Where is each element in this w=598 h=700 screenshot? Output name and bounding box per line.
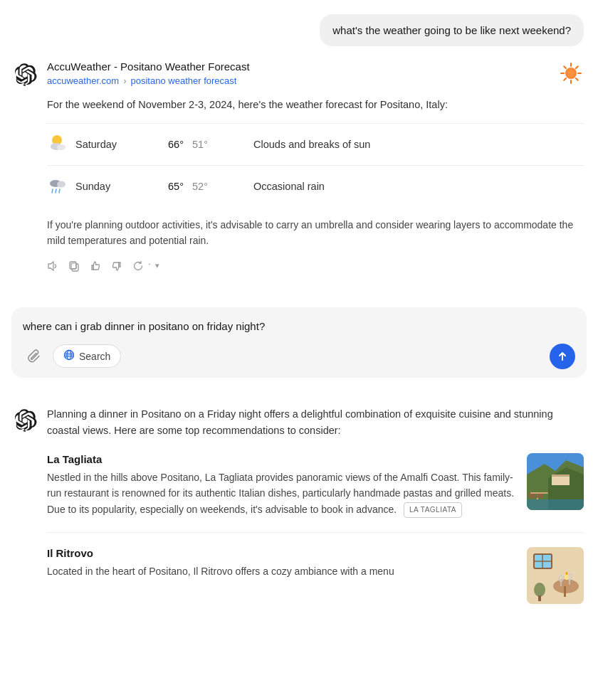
saturday-temp-low: 51° xyxy=(192,139,208,150)
saturday-weather-icon xyxy=(47,132,75,157)
ai-avatar-1 xyxy=(14,63,37,86)
sunday-desc: Occasional rain xyxy=(253,181,584,192)
send-button[interactable] xyxy=(550,344,575,369)
thumbs-up-icon[interactable] xyxy=(90,260,101,272)
weather-row-saturday: Saturday 66° 51° Clouds and breaks of su… xyxy=(47,123,584,165)
source-card: AccuWeather - Positano Weather Forecast … xyxy=(47,60,584,86)
svg-rect-49 xyxy=(565,574,568,580)
input-toolbar: Search xyxy=(23,344,575,369)
page-container: what's the weather going to be like next… xyxy=(0,0,598,618)
saturday-desc: Clouds and breaks of sun xyxy=(253,139,584,150)
svg-line-7 xyxy=(576,78,578,80)
svg-line-8 xyxy=(576,66,578,68)
svg-rect-32 xyxy=(530,492,548,494)
action-icons: ▾ xyxy=(47,260,584,272)
svg-rect-35 xyxy=(537,494,542,498)
sunday-temp-high: 65° xyxy=(168,181,184,192)
svg-point-1 xyxy=(567,70,575,77)
svg-point-12 xyxy=(57,144,65,150)
restaurant-image-il-ritrovo xyxy=(527,547,584,604)
ai-avatar-2 xyxy=(14,409,37,432)
restaurant-info-la-tagliata: La Tagliata Nestled in the hills above P… xyxy=(47,453,515,518)
input-tools-left: Search xyxy=(23,344,121,368)
sunday-weather-icon xyxy=(47,174,75,198)
thumbs-down-icon[interactable] xyxy=(111,260,122,272)
input-text[interactable]: where can i grab dinner in positano on f… xyxy=(23,319,575,334)
svg-rect-31 xyxy=(552,474,570,477)
refresh-icon[interactable]: ▾ xyxy=(132,260,159,272)
svg-rect-44 xyxy=(564,586,566,597)
sunday-temp: 65° 52° xyxy=(168,181,253,192)
restaurant-info-il-ritrovo: Il Ritrovo Located in the heart of Posit… xyxy=(47,547,515,579)
svg-point-51 xyxy=(534,583,545,597)
svg-line-9 xyxy=(564,78,566,80)
saturday-temp-high: 66° xyxy=(168,139,184,150)
restaurant-image-la-tagliata xyxy=(527,453,584,510)
weather-advice: If you're planning outdoor activities, i… xyxy=(47,217,584,249)
ai-response-1: AccuWeather - Positano Weather Forecast … xyxy=(0,53,598,286)
weather-row-sunday: Sunday 65° 52° Occasional rain xyxy=(47,165,584,207)
saturday-temp: 66° 51° xyxy=(168,139,253,150)
input-section: where can i grab dinner in positano on f… xyxy=(11,307,587,378)
saturday-day: Saturday xyxy=(75,139,168,150)
copy-icon[interactable] xyxy=(68,260,80,272)
user-message-1-bubble: what's the weather going to be like next… xyxy=(320,14,584,46)
restaurant-card-la-tagliata: La Tagliata Nestled in the hills above P… xyxy=(47,453,584,533)
svg-line-16 xyxy=(56,189,56,193)
sunday-day: Sunday xyxy=(75,181,168,192)
svg-line-15 xyxy=(52,189,53,193)
speak-icon[interactable] xyxy=(47,260,58,272)
accuweather-icon xyxy=(558,60,584,86)
svg-line-6 xyxy=(564,66,566,68)
search-button[interactable]: Search xyxy=(53,344,121,368)
ai-content-2: Planning a dinner in Positano on a Frida… xyxy=(47,406,584,611)
restaurant-desc-la-tagliata: Nestled in the hills above Positano, La … xyxy=(47,470,515,518)
source-link-site[interactable]: accuweather.com xyxy=(47,75,119,86)
svg-rect-52 xyxy=(538,595,541,601)
restaurant-name-il-ritrovo: Il Ritrovo xyxy=(47,547,515,559)
response-intro: Planning a dinner in Positano on a Frida… xyxy=(47,406,584,439)
attach-button[interactable] xyxy=(23,345,46,368)
svg-rect-34 xyxy=(529,494,535,498)
restaurant-name-la-tagliata: La Tagliata xyxy=(47,453,515,465)
user-message-1-text: what's the weather going to be like next… xyxy=(332,24,571,36)
restaurant-tag-la-tagliata: LA TAGLIATA xyxy=(404,502,462,518)
source-breadcrumb: accuweather.com › positano weather forec… xyxy=(47,75,250,86)
ai-response-2: Planning a dinner in Positano on a Frida… xyxy=(0,399,598,618)
source-info: AccuWeather - Positano Weather Forecast … xyxy=(47,60,250,86)
source-link-page[interactable]: positano weather forecast xyxy=(131,75,237,86)
search-label: Search xyxy=(79,351,110,362)
svg-line-17 xyxy=(59,189,60,193)
breadcrumb-separator: › xyxy=(123,75,126,86)
svg-rect-36 xyxy=(527,499,584,510)
user-message-1-container: what's the weather going to be like next… xyxy=(0,0,598,53)
ai-content-1: AccuWeather - Positano Weather Forecast … xyxy=(47,60,584,272)
svg-point-14 xyxy=(57,181,65,187)
sunday-temp-low: 52° xyxy=(192,181,208,192)
restaurant-desc-il-ritrovo: Located in the heart of Positano, Il Rit… xyxy=(47,563,515,579)
weather-intro: For the weekend of November 2-3, 2024, h… xyxy=(47,97,584,113)
source-title: AccuWeather - Positano Weather Forecast xyxy=(47,60,250,73)
globe-icon xyxy=(63,349,75,363)
svg-point-50 xyxy=(566,572,568,575)
restaurant-card-il-ritrovo: Il Ritrovo Located in the heart of Posit… xyxy=(47,547,584,611)
